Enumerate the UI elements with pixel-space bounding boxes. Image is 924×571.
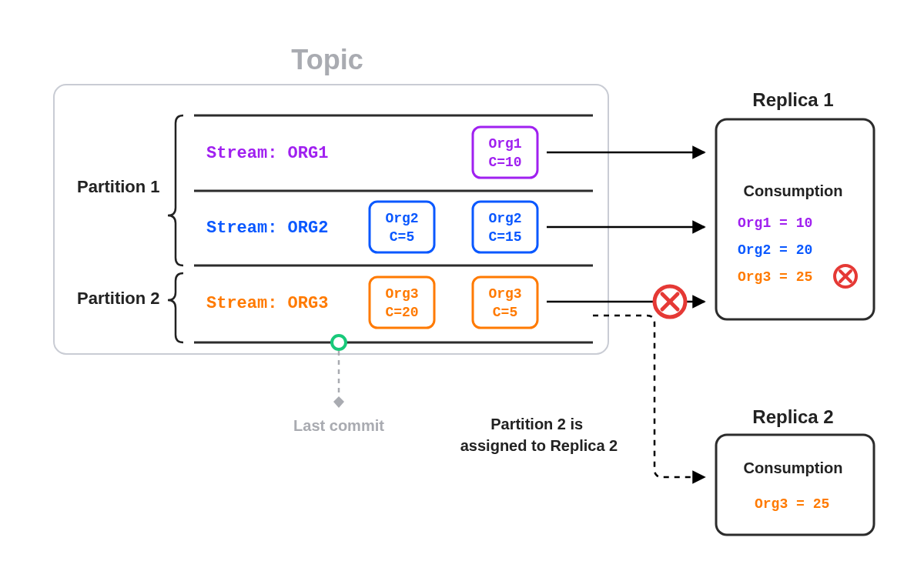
partition-1-bracket xyxy=(168,115,183,265)
svg-rect-8 xyxy=(473,277,537,328)
event-org1-c: C=10 xyxy=(488,155,521,170)
event-org2-c5: Org2 C=5 xyxy=(370,202,434,252)
replica-1-consumption-label: Consumption xyxy=(744,182,843,199)
svg-point-9 xyxy=(332,336,346,349)
svg-rect-6 xyxy=(473,202,537,252)
failure-icon-row xyxy=(835,265,856,287)
topic-box xyxy=(54,85,608,354)
partition-1-label: Partition 1 xyxy=(77,177,160,196)
event-org2-2-c: C=15 xyxy=(488,229,521,245)
event-org3-c20: Org3 C=20 xyxy=(370,277,434,328)
partition-2-bracket xyxy=(168,273,183,342)
event-org3-2-org: Org3 xyxy=(488,286,521,302)
replica-1-row-org3: Org3 = 25 xyxy=(738,269,812,285)
event-org2-c15: Org2 C=15 xyxy=(473,202,537,252)
replica-1-row-org1: Org1 = 10 xyxy=(738,215,812,231)
event-org3-1-c: C=20 xyxy=(385,305,418,320)
replica-1-title: Replica 1 xyxy=(752,89,833,110)
replica-2-title: Replica 2 xyxy=(752,406,833,427)
last-commit-marker xyxy=(332,336,346,408)
event-org3-1-org: Org3 xyxy=(385,286,418,302)
failure-icon-arrow xyxy=(654,286,685,317)
svg-rect-7 xyxy=(370,277,434,328)
event-org3-2-c: C=5 xyxy=(493,305,517,320)
stream-org2-label: Stream: ORG2 xyxy=(206,219,328,238)
stream-org1-label: Stream: ORG1 xyxy=(206,144,328,163)
event-org1-c10: Org1 C=10 xyxy=(473,127,537,178)
replica-2-row-org3: Org3 = 25 xyxy=(755,496,829,512)
topic-title: Topic xyxy=(291,44,363,75)
event-org2-1-org: Org2 xyxy=(385,211,418,226)
event-org2-2-org: Org2 xyxy=(488,211,521,226)
replica-2-box xyxy=(716,435,874,535)
event-org3-c5: Org3 C=5 xyxy=(473,277,537,328)
last-commit-label: Last commit xyxy=(293,417,384,434)
replica-2-consumption-label: Consumption xyxy=(744,459,843,476)
stream-org3-label: Stream: ORG3 xyxy=(206,294,328,313)
replica-1-row-org2: Org2 = 20 xyxy=(738,242,812,258)
diagram-canvas: Topic Partition 1 Partition 2 Stream: OR… xyxy=(0,0,924,571)
reassign-note: Partition 2 is assigned to Replica 2 xyxy=(460,416,618,454)
event-org1-org: Org1 xyxy=(488,136,521,152)
svg-rect-5 xyxy=(370,202,434,252)
svg-rect-4 xyxy=(473,127,537,178)
event-org2-1-c: C=5 xyxy=(390,229,414,245)
partition-2-label: Partition 2 xyxy=(77,289,160,308)
